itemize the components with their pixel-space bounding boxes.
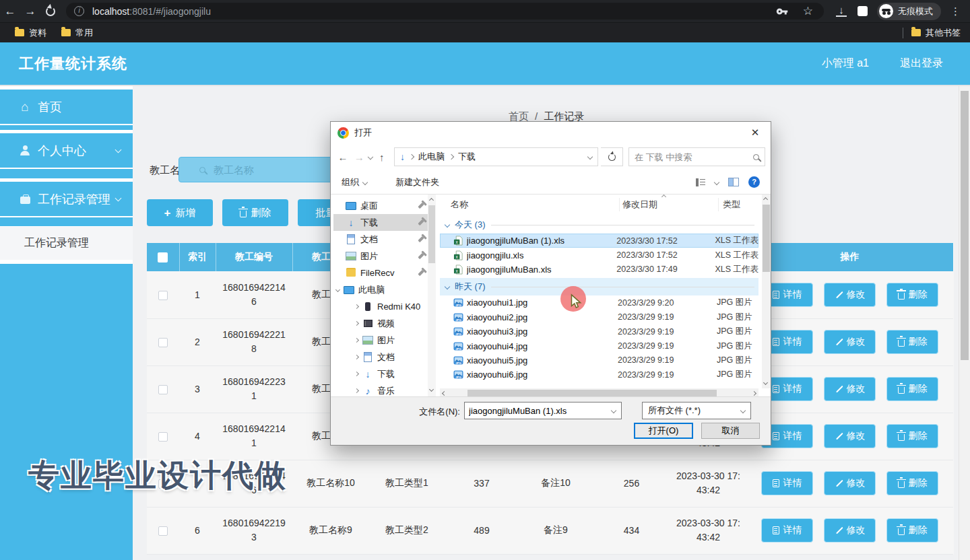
address-path-downloads[interactable]: 下载	[458, 151, 476, 163]
logout-link[interactable]: 退出登录	[900, 57, 943, 71]
file-row[interactable]: x JPG xiaoyouhui6.jpg 2023/3/29 9:19 JPG…	[440, 368, 758, 382]
help-icon[interactable]: ?	[748, 176, 760, 188]
row-checkbox[interactable]	[158, 385, 168, 394]
refresh-button[interactable]	[601, 147, 623, 166]
chevron-down-icon[interactable]	[611, 408, 616, 413]
address-dropdown-icon[interactable]	[587, 154, 593, 160]
nav-folder-item[interactable]: 视频	[333, 315, 428, 332]
edit-button[interactable]: 修改	[824, 424, 876, 448]
expand-chevron-icon[interactable]	[354, 338, 359, 343]
bookmark-folder-ziliao[interactable]: 资料	[15, 27, 46, 39]
nav-folder-item[interactable]: Redmi K40	[333, 298, 428, 315]
preview-pane-icon[interactable]	[728, 178, 739, 186]
address-path-pc[interactable]: 此电脑	[418, 151, 445, 163]
nav-folder-item[interactable]: 此电脑	[333, 281, 428, 298]
scrollbar-thumb[interactable]	[467, 390, 717, 396]
row-delete-button[interactable]: 删除	[886, 518, 938, 542]
detail-button[interactable]: 详情	[761, 471, 813, 495]
file-row[interactable]: x JPG jiaogongjilu.xls 2023/3/30 17:52 X…	[440, 248, 758, 262]
row-delete-button[interactable]: 删除	[886, 330, 938, 354]
nav-folder-item[interactable]: 音乐	[333, 382, 428, 398]
filetype-select[interactable]: 所有文件 (*.*)	[642, 402, 751, 419]
row-delete-button[interactable]: 删除	[886, 424, 938, 448]
file-row[interactable]: x JPG xiaoyouhui3.jpg 2023/3/29 9:19 JPG…	[440, 324, 758, 339]
row-checkbox[interactable]	[158, 291, 168, 300]
expand-chevron-icon[interactable]	[354, 388, 359, 393]
row-checkbox[interactable]	[158, 526, 168, 536]
select-all-checkbox[interactable]	[158, 252, 168, 262]
current-user[interactable]: 小管理 a1	[822, 57, 869, 71]
up-button[interactable]: ↑	[375, 151, 389, 163]
column-date-modified[interactable]: 修改日期	[619, 198, 718, 211]
new-folder-button[interactable]: 新建文件夹	[395, 176, 439, 188]
edit-button[interactable]: 修改	[824, 471, 876, 495]
history-chevron-icon[interactable]	[368, 154, 373, 160]
dialog-search-box[interactable]	[628, 147, 765, 166]
row-checkbox[interactable]	[158, 338, 168, 347]
nav-folder-item[interactable]: 桌面	[333, 197, 428, 214]
dialog-address-bar[interactable]: ↓ 此电脑 下载	[394, 147, 598, 166]
group-today[interactable]: 今天 (3)	[440, 216, 758, 234]
row-delete-button[interactable]: 删除	[886, 471, 938, 495]
nav-folder-item[interactable]: 文档	[333, 231, 428, 248]
row-checkbox[interactable]	[158, 432, 168, 442]
detail-button[interactable]: 详情	[761, 518, 813, 542]
site-info-icon[interactable]: i	[74, 6, 84, 16]
scrollbar-thumb[interactable]	[763, 205, 770, 272]
address-bar[interactable]: i localhost:8081/#/jiaogongjilu ☆	[66, 3, 824, 20]
browser-reload-button[interactable]	[46, 7, 55, 16]
column-name[interactable]: 名称	[440, 199, 619, 211]
sidebar-subitem-workrecord-manage[interactable]: 工作记录管理	[0, 226, 133, 264]
scroll-down-icon[interactable]	[763, 380, 768, 385]
organize-menu[interactable]: 组织	[342, 176, 367, 188]
collapse-chevron-icon[interactable]	[445, 284, 450, 289]
delete-button[interactable]: 删除	[222, 199, 288, 226]
browser-forward-button[interactable]: →	[20, 5, 40, 18]
page-scrollbar[interactable]	[959, 86, 970, 560]
edit-button[interactable]: 修改	[824, 518, 876, 542]
scrollbar-thumb[interactable]	[961, 91, 969, 360]
expand-chevron-icon[interactable]	[335, 287, 340, 292]
browser-menu-icon[interactable]: ⋮	[950, 5, 961, 18]
edit-button[interactable]: 修改	[824, 377, 876, 401]
nav-folder-item[interactable]: 文档	[333, 349, 428, 365]
expand-chevron-icon[interactable]	[354, 355, 359, 359]
sidebar-item-profile[interactable]: 个人中心	[0, 130, 133, 169]
nav-pane-scrollbar[interactable]	[428, 195, 436, 398]
list-view-icon[interactable]	[696, 178, 705, 186]
file-list-scrollbar[interactable]	[762, 195, 771, 388]
file-row[interactable]: x JPG xiaoyouhui4.jpg 2023/3/29 9:19 JPG…	[440, 339, 758, 353]
nav-folder-item[interactable]: FileRecv	[333, 265, 428, 281]
bookmark-star-icon[interactable]: ☆	[803, 4, 813, 18]
edit-button[interactable]: 修改	[824, 283, 876, 307]
sidebar-item-home[interactable]: ⌂ 首页	[0, 86, 133, 125]
row-delete-button[interactable]: 删除	[886, 283, 938, 307]
view-dropdown-icon[interactable]	[714, 179, 719, 184]
other-bookmarks[interactable]: 其他书签	[911, 27, 961, 39]
forward-button[interactable]: →	[352, 151, 366, 163]
nav-folder-item[interactable]: 图片	[333, 332, 428, 349]
password-key-icon[interactable]	[776, 5, 788, 18]
scroll-up-icon[interactable]	[763, 197, 768, 202]
file-row[interactable]: x JPG xiaoyouhui1.jpg 2023/3/29 9:20 JPG…	[440, 295, 758, 310]
scrollbar-thumb[interactable]	[428, 205, 435, 263]
back-button[interactable]: ←	[336, 151, 350, 163]
side-panel-icon[interactable]	[858, 6, 868, 16]
dialog-close-button[interactable]: ✕	[740, 122, 771, 143]
cancel-button[interactable]: 取消	[701, 423, 760, 439]
filename-input[interactable]	[465, 406, 612, 416]
column-type[interactable]: 类型	[718, 198, 740, 211]
scroll-up-icon[interactable]	[429, 198, 434, 203]
collapse-chevron-icon[interactable]	[445, 222, 450, 228]
dialog-search-input[interactable]	[635, 152, 753, 162]
file-row[interactable]: x JPG jiaogongjiluMuBan.xls 2023/3/30 17…	[440, 262, 758, 277]
row-delete-button[interactable]: 删除	[886, 377, 938, 401]
bookmark-folder-changyong[interactable]: 常用	[61, 27, 93, 39]
downloads-icon[interactable]: ↓	[836, 5, 847, 17]
file-row[interactable]: x JPG jiaogongjiluMuBan (1).xls 2023/3/3…	[440, 234, 758, 248]
nav-folder-item[interactable]: 下载	[333, 365, 428, 382]
nav-folder-item[interactable]: 图片	[333, 248, 428, 265]
browser-back-button[interactable]: ←	[0, 5, 20, 18]
sidebar-item-workrecord[interactable]: 工作记录管理	[0, 178, 133, 217]
expand-chevron-icon[interactable]	[354, 304, 359, 309]
